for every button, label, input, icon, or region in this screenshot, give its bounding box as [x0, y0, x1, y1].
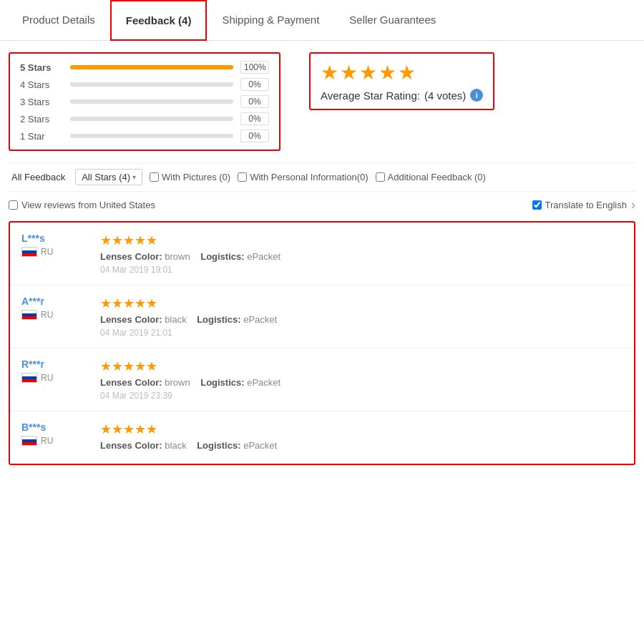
rating-bar-row: 4 Stars 0% [20, 78, 269, 91]
review-top: R***r RU ★★★★★ Lenses Color: brown Logis… [21, 358, 623, 401]
rating-bar-row: 1 Star 0% [20, 130, 269, 142]
review-content: ★★★★★ Lenses Color: brown Logistics: ePa… [100, 233, 623, 275]
tab-seller[interactable]: Seller Guarantees [334, 0, 451, 41]
bar-track [70, 99, 233, 104]
bar-label: 1 Star [20, 131, 63, 142]
tab-feedback[interactable]: Feedback (4) [110, 0, 208, 41]
bar-label: 2 Stars [20, 114, 63, 125]
logistics-value: ePacket [243, 440, 277, 451]
logistics-value: ePacket [247, 377, 280, 388]
logistics-value: ePacket [247, 251, 280, 262]
view-left: View reviews from United States [9, 200, 155, 210]
review-content: ★★★★★ Lenses Color: black Logistics: ePa… [100, 296, 623, 338]
with-personal-info-filter[interactable]: With Personal Information(0) [238, 172, 368, 182]
logistics-label: Logistics: [197, 440, 240, 451]
reviewer-country: RU [21, 373, 86, 383]
with-pictures-label: With Pictures (0) [162, 172, 230, 182]
lenses-color-label: Lenses Color: [100, 314, 162, 325]
lenses-color-value: brown [165, 251, 190, 262]
info-icon[interactable]: i [470, 89, 483, 102]
review-stars: ★★★★★ [100, 233, 623, 248]
reviewer-info: R***r RU [21, 358, 86, 383]
flag-icon [21, 436, 37, 446]
flag-icon [21, 310, 37, 320]
tab-shipping[interactable]: Shipping & Payment [207, 0, 334, 41]
reviewer-name: A***r [21, 296, 86, 307]
review-content: ★★★★★ Lenses Color: brown Logistics: ePa… [100, 358, 623, 401]
main-content: 5 Stars 100% 4 Stars 0% 3 Stars 0% 2 Sta… [0, 41, 644, 477]
bar-percent: 0% [240, 112, 269, 125]
rating-bar-row: 2 Stars 0% [20, 112, 269, 125]
review-stars: ★★★★★ [100, 296, 623, 311]
translate-checkbox[interactable] [532, 200, 542, 210]
reviewer-info: A***r RU [21, 296, 86, 320]
bar-fill [70, 65, 233, 69]
rating-section: 5 Stars 100% 4 Stars 0% 3 Stars 0% 2 Sta… [9, 52, 635, 151]
view-from-us-label[interactable]: View reviews from United States [9, 200, 155, 210]
with-pictures-filter[interactable]: With Pictures (0) [150, 172, 230, 182]
review-item: B***s RU ★★★★★ Lenses Color: black Logis… [10, 411, 634, 464]
review-date: 04 Mar 2019 19:01 [100, 265, 623, 275]
reviewer-info: L***s RU [21, 233, 86, 257]
review-details: Lenses Color: brown Logistics: ePacket [100, 251, 623, 262]
lenses-color-value: brown [165, 377, 190, 388]
review-item: R***r RU ★★★★★ Lenses Color: brown Logis… [10, 348, 634, 411]
reviewer-country: RU [21, 436, 86, 446]
stars-display: ★★★★★ [321, 61, 417, 84]
all-stars-label: All Stars (4) [82, 172, 130, 182]
review-date: 04 Mar 2019 21:01 [100, 328, 623, 338]
lenses-color-value: black [165, 314, 186, 325]
view-right: Translate to English › [532, 197, 635, 213]
review-stars: ★★★★★ [100, 421, 623, 437]
translate-label[interactable]: Translate to English [532, 200, 627, 210]
bar-label: 4 Stars [20, 79, 63, 90]
translate-text: Translate to English [545, 200, 627, 210]
reviewer-name: R***r [21, 358, 86, 370]
bar-percent: 100% [240, 61, 269, 74]
country-code: RU [41, 373, 53, 383]
average-star-label: Average Star Rating: (4 votes) i [321, 89, 483, 102]
rating-bars: 5 Stars 100% 4 Stars 0% 3 Stars 0% 2 Sta… [9, 52, 280, 151]
reviewer-name: L***s [21, 233, 86, 244]
lenses-color-label: Lenses Color: [100, 377, 162, 388]
bar-label: 3 Stars [20, 97, 63, 107]
chevron-down-icon: ▾ [132, 173, 136, 181]
flag-icon [21, 373, 37, 383]
star-rating-box: ★★★★★ Average Star Rating: (4 votes) i [309, 52, 494, 110]
bar-track [70, 82, 233, 87]
reviewer-country: RU [21, 247, 86, 257]
view-from-us-checkbox[interactable] [9, 200, 18, 210]
review-top: A***r RU ★★★★★ Lenses Color: black Logis… [21, 296, 623, 338]
lenses-color-label: Lenses Color: [100, 251, 162, 262]
with-pictures-checkbox[interactable] [150, 172, 159, 182]
logistics-value: ePacket [243, 314, 277, 325]
review-details: Lenses Color: black Logistics: ePacket [100, 440, 623, 451]
votes-count: (4 votes) [424, 89, 466, 102]
bar-percent: 0% [240, 95, 269, 108]
logistics-label: Logistics: [197, 314, 240, 325]
with-personal-info-checkbox[interactable] [238, 172, 247, 182]
reviewer-country: RU [21, 310, 86, 320]
additional-feedback-filter[interactable]: Additional Feedback (0) [376, 172, 486, 182]
reviewer-info: B***s RU [21, 421, 86, 446]
lenses-color-label: Lenses Color: [100, 440, 162, 451]
view-from-us-text: View reviews from United States [21, 200, 155, 210]
filter-bar: All Feedback All Stars (4) ▾ With Pictur… [9, 162, 635, 192]
review-item: A***r RU ★★★★★ Lenses Color: black Logis… [10, 286, 634, 348]
scroll-right-button[interactable]: › [631, 197, 635, 213]
review-details: Lenses Color: black Logistics: ePacket [100, 314, 623, 325]
review-item: L***s RU ★★★★★ Lenses Color: brown Logis… [10, 223, 634, 286]
tab-bar: Product Details Feedback (4) Shipping & … [0, 0, 644, 41]
with-personal-info-label: With Personal Information(0) [250, 172, 368, 182]
view-options-row: View reviews from United States Translat… [9, 192, 635, 215]
review-top: L***s RU ★★★★★ Lenses Color: brown Logis… [21, 233, 623, 275]
additional-feedback-checkbox[interactable] [376, 172, 385, 182]
all-feedback-button[interactable]: All Feedback [9, 170, 68, 184]
all-stars-dropdown[interactable]: All Stars (4) ▾ [75, 169, 142, 185]
review-stars: ★★★★★ [100, 358, 623, 374]
tab-product-details[interactable]: Product Details [7, 0, 110, 41]
bar-track [70, 134, 233, 138]
rating-bar-row: 5 Stars 100% [20, 61, 269, 74]
avg-label-text: Average Star Rating: [321, 89, 420, 102]
additional-feedback-label: Additional Feedback (0) [388, 172, 486, 182]
